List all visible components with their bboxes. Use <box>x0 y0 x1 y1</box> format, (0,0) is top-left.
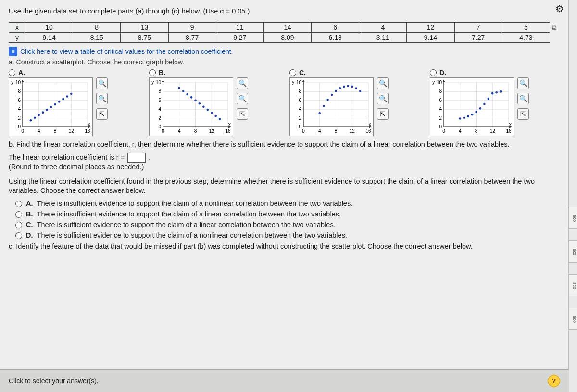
gear-icon[interactable]: ⚙ <box>555 3 564 14</box>
help-button[interactable]: ? <box>548 375 560 387</box>
scatter-options-row: A. y x 04812160246810 🔍 🔍− ⇱ B. <box>9 69 559 136</box>
svg-point-129 <box>459 117 461 120</box>
svg-point-97 <box>331 93 333 96</box>
radio-d[interactable] <box>430 69 437 76</box>
svg-point-69 <box>219 118 221 120</box>
svg-text:6: 6 <box>158 97 161 102</box>
popout-icon[interactable]: ⇱ <box>96 108 108 120</box>
zoom-out-icon[interactable]: 🔍 <box>377 93 389 104</box>
svg-point-134 <box>479 107 482 110</box>
svg-point-34 <box>70 92 73 95</box>
svg-text:12: 12 <box>350 128 355 134</box>
radio-mc-c[interactable] <box>15 222 22 228</box>
plot-svg-b: 04812160246810 <box>150 78 234 137</box>
cell: 5 <box>502 22 550 32</box>
svg-text:8: 8 <box>194 128 197 134</box>
plot-svg-c: 04812160246810 <box>290 78 374 137</box>
svg-point-31 <box>58 101 61 103</box>
side-tab[interactable]: sco <box>569 308 577 330</box>
svg-text:8: 8 <box>439 89 442 94</box>
svg-text:0: 0 <box>299 124 301 129</box>
radio-c[interactable] <box>289 69 296 76</box>
row-header-x: x <box>9 22 25 32</box>
svg-point-133 <box>475 111 477 113</box>
zoom-out-icon[interactable]: 🔍 <box>517 93 529 104</box>
svg-point-138 <box>495 91 498 94</box>
svg-text:10: 10 <box>156 80 162 85</box>
svg-point-59 <box>178 87 180 89</box>
svg-text:6: 6 <box>439 97 442 102</box>
svg-point-102 <box>351 85 353 88</box>
row-header-y: y <box>9 32 25 42</box>
radio-b[interactable] <box>149 69 156 76</box>
zoom-in-icon[interactable]: 🔍 <box>377 77 389 89</box>
cell: 8 <box>73 22 121 32</box>
radio-a[interactable] <box>9 69 15 76</box>
zoom-out-icon[interactable]: 🔍 <box>237 93 248 104</box>
svg-text:4: 4 <box>178 128 181 134</box>
side-tab[interactable]: sco <box>569 207 577 229</box>
mc-item-d[interactable]: D. There is sufficient evidence to suppo… <box>15 231 559 239</box>
svg-text:12: 12 <box>69 128 75 134</box>
mc-item-b[interactable]: B. There is insufficient evidence to sup… <box>15 210 559 218</box>
radio-mc-b[interactable] <box>15 211 22 218</box>
radio-mc-d[interactable] <box>15 232 22 239</box>
copy-table-icon[interactable]: ⧉ <box>550 23 558 32</box>
cell: 8.09 <box>263 32 311 42</box>
svg-point-27 <box>42 111 44 114</box>
svg-point-94 <box>318 112 321 114</box>
svg-point-103 <box>355 87 357 89</box>
zoom-in-icon[interactable]: 🔍 <box>517 77 529 89</box>
svg-text:0: 0 <box>302 128 305 134</box>
mc-item-c[interactable]: C. There is sufficient evidence to suppo… <box>15 221 559 228</box>
svg-point-131 <box>467 115 469 117</box>
scatter-option-d: D. y x 04812160246810 🔍 🔍 ⇱ <box>430 69 555 136</box>
table-row: x 10 8 13 9 11 14 6 4 12 7 5 ⧉ <box>9 22 561 32</box>
zoom-out-icon[interactable]: 🔍− <box>96 93 108 104</box>
part-c-text: c. Identify the feature of the data that… <box>9 242 559 252</box>
side-tab[interactable]: sco <box>569 240 577 263</box>
cell: 8.15 <box>73 32 121 42</box>
cell: 3.11 <box>359 32 407 42</box>
svg-text:4: 4 <box>439 106 442 112</box>
svg-point-25 <box>34 116 36 119</box>
zoom-in-icon[interactable]: 🔍 <box>237 77 248 89</box>
popout-icon[interactable]: ⇱ <box>237 108 248 120</box>
cell: 7.27 <box>454 32 502 42</box>
side-tab[interactable]: sco <box>569 274 577 296</box>
popout-icon[interactable]: ⇱ <box>517 108 529 120</box>
svg-point-65 <box>202 105 205 108</box>
radio-mc-a[interactable] <box>15 201 22 207</box>
mc-text: There is insufficient evidence to suppor… <box>37 210 341 218</box>
svg-point-99 <box>339 87 341 89</box>
svg-point-32 <box>62 98 64 100</box>
option-label: B. <box>159 69 165 76</box>
mc-text: There is sufficient evidence to support … <box>37 221 336 228</box>
svg-point-104 <box>359 90 362 92</box>
svg-text:8: 8 <box>335 128 338 134</box>
svg-text:0: 0 <box>439 124 442 129</box>
zoom-in-icon[interactable]: 🔍 <box>96 77 108 89</box>
scatter-option-b: B. y x 04812160246810 🔍 🔍 ⇱ <box>149 69 274 136</box>
svg-text:6: 6 <box>18 97 21 102</box>
svg-point-67 <box>211 112 213 114</box>
r-value-input[interactable] <box>127 153 146 163</box>
popout-icon[interactable]: ⇱ <box>377 108 389 120</box>
svg-point-139 <box>500 90 502 93</box>
svg-text:4: 4 <box>299 106 301 112</box>
svg-text:2: 2 <box>299 115 301 120</box>
cell: 7 <box>454 22 502 32</box>
option-label: A. <box>18 69 25 76</box>
question-prompt: Use the given data set to complete parts… <box>9 7 559 16</box>
scatterplot-b: y x 04812160246810 <box>149 77 233 136</box>
cell: 9.14 <box>407 32 454 42</box>
svg-text:4: 4 <box>318 128 321 134</box>
svg-marker-23 <box>21 80 24 82</box>
document-icon[interactable] <box>9 47 17 56</box>
critical-values-link[interactable]: Click here to view a table of critical v… <box>20 48 233 55</box>
plot-svg-d: 04812160246810 <box>430 78 514 137</box>
svg-text:6: 6 <box>299 97 301 102</box>
mc-item-a[interactable]: A. There is insufficient evidence to sup… <box>15 200 559 207</box>
svg-text:4: 4 <box>38 128 40 134</box>
svg-text:10: 10 <box>15 80 21 85</box>
